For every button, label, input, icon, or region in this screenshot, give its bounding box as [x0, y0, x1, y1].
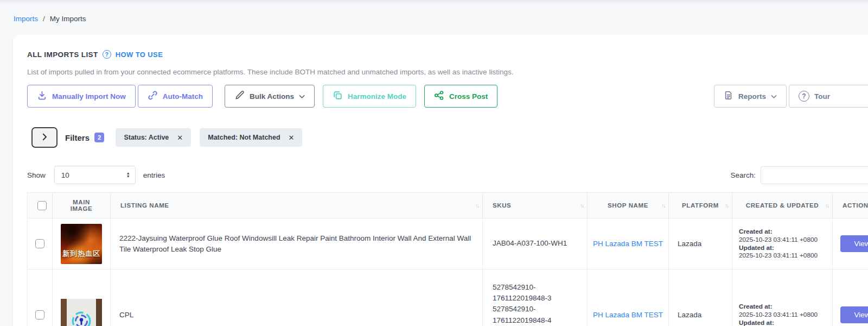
header-actions: ACTIONS — [833, 193, 868, 218]
share-icon — [434, 90, 444, 102]
search-input[interactable] — [761, 166, 868, 184]
header-platform[interactable]: PLATFORM↑↓ — [669, 193, 732, 218]
sort-icon[interactable]: ↑↓ — [725, 203, 728, 209]
created-value: 2025-10-23 03:41:11 +0800 — [739, 311, 818, 318]
harmonize-mode-button[interactable]: Harmonize Mode — [323, 85, 416, 108]
breadcrumb-current-page: My Imports — [50, 15, 86, 23]
page-title: ALL IMPORTS LIST — [27, 51, 98, 59]
manually-import-button[interactable]: Manually Import Now — [27, 85, 136, 108]
thumbnail-caption: 新到热血区 — [62, 249, 100, 264]
listing-name-cell: CPL — [111, 269, 483, 326]
help-question-icon[interactable]: ? — [103, 50, 111, 59]
created-updated-cell: Created at: 2025-10-23 03:41:11 +0800 Up… — [732, 269, 833, 326]
imports-table: MAIN IMAGE LISTING NAME↑↓ SKUS↑↓ SHOP NA… — [27, 192, 868, 326]
sort-icon[interactable]: ↑↓ — [661, 203, 665, 209]
imports-card: ALL IMPORTS LIST ? HOW TO USE List of im… — [13, 35, 868, 326]
pencil-icon — [234, 90, 245, 102]
sort-icon[interactable]: ↑↓ — [475, 203, 478, 209]
page-size-select[interactable]: 10 — [55, 166, 135, 184]
sku-value: 5278542910-1761122019848-4 — [493, 304, 580, 326]
manually-import-label: Manually Import Now — [52, 92, 126, 101]
row-checkbox[interactable] — [35, 239, 44, 248]
search-label: Search: — [730, 171, 756, 179]
link-icon — [148, 90, 158, 102]
sort-icon[interactable]: ↑↓ — [580, 203, 583, 209]
sort-icon[interactable]: ↑↓ — [825, 203, 828, 209]
header-shop-name[interactable]: SHOP NAME↑↓ — [588, 193, 669, 218]
list-controls-row: Show 10 ▲▼ entries Search: — [27, 166, 868, 184]
shop-name-link[interactable]: PH Lazada BM TEST — [593, 311, 663, 319]
page-description: List of imports pulled in from your conn… — [27, 68, 868, 76]
chevron-down-icon — [771, 92, 777, 101]
select-all-checkbox[interactable] — [37, 201, 47, 210]
card-title-row: ALL IMPORTS LIST ? HOW TO USE — [27, 50, 868, 59]
bulk-actions-button[interactable]: Bulk Actions — [225, 85, 315, 108]
document-icon — [724, 90, 733, 102]
cross-post-label: Cross Post — [449, 92, 488, 101]
chevron-right-icon — [42, 133, 47, 142]
breadcrumb-separator: / — [43, 15, 45, 23]
table-header-row: MAIN IMAGE LISTING NAME↑↓ SKUS↑↓ SHOP NA… — [28, 193, 868, 218]
shop-name-cell: PH Lazada BM TEST — [588, 218, 669, 269]
download-icon — [37, 90, 47, 102]
close-icon[interactable]: ✕ — [177, 134, 183, 142]
sku-cell: 5278542910-1761122019848-3 5278542910-17… — [483, 269, 588, 326]
tour-button[interactable]: ? Tour — [789, 85, 868, 108]
header-created-updated[interactable]: CREATED & UPDATED↑↓ — [732, 193, 833, 218]
created-updated-cell: Created at: 2025-10-23 03:41:11 +0800 Up… — [732, 218, 833, 269]
lock-logo-icon — [69, 309, 94, 326]
updated-value: 2025-10-23 03:41:11 +0800 — [739, 252, 818, 259]
listing-thumbnail: 新到热血区 — [61, 224, 102, 264]
listing-name-cell: 2222-Jaysuing Waterproof Glue Roof Windo… — [111, 218, 483, 269]
breadcrumb: Imports / My Imports — [14, 15, 86, 23]
shop-name-link[interactable]: PH Lazada BM TEST — [593, 240, 663, 248]
shop-name-cell: PH Lazada BM TEST — [588, 269, 669, 326]
header-listing-name[interactable]: LISTING NAME↑↓ — [111, 193, 483, 218]
header-select-all — [28, 193, 53, 218]
auto-match-button[interactable]: Auto-Match — [138, 85, 213, 108]
filters-expand-button[interactable] — [31, 127, 58, 148]
header-skus[interactable]: SKUS↑↓ — [483, 193, 588, 218]
sku-value: 5278542910-1761122019848-3 — [493, 282, 580, 304]
sku-cell: JAB04-A037-100-WH1 — [483, 218, 588, 269]
platform-cell: Lazada — [669, 269, 732, 326]
close-icon[interactable]: ✕ — [289, 134, 295, 142]
platform-cell: Lazada — [669, 218, 732, 269]
filter-chip-matched-label: Matched: Not Matched — [208, 134, 280, 141]
page-size-select-wrap: 10 ▲▼ — [54, 166, 136, 184]
chevron-down-icon — [299, 92, 305, 101]
listing-thumbnail — [61, 299, 102, 326]
tour-label: Tour — [814, 92, 830, 101]
harmonize-mode-label: Harmonize Mode — [348, 92, 406, 101]
filter-chip-status-label: Status: Active — [124, 134, 169, 141]
reports-button[interactable]: Reports — [714, 85, 787, 108]
cross-post-button[interactable]: Cross Post — [424, 85, 497, 108]
table-row: 新到热血区 2222-Jaysuing Waterproof Glue Roof… — [28, 218, 868, 269]
created-label: Created at: — [739, 303, 773, 310]
updated-label: Updated at: — [739, 244, 774, 252]
copy-icon — [333, 90, 343, 102]
view-button[interactable]: View — [840, 306, 868, 323]
row-checkbox[interactable] — [35, 310, 44, 319]
updated-label: Updated at: — [739, 319, 774, 326]
show-label: Show — [27, 171, 46, 179]
toolbar: Manually Import Now Auto-Match Bulk Acti… — [27, 85, 868, 108]
view-button[interactable]: View — [840, 235, 868, 252]
how-to-use-link[interactable]: HOW TO USE — [116, 51, 163, 59]
filters-row: Filters 2 Status: Active ✕ Matched: Not … — [27, 127, 868, 148]
table-row: CPL 5278542910-1761122019848-3 527854291… — [28, 269, 868, 326]
entries-label: entries — [143, 171, 165, 179]
filters-count-badge: 2 — [94, 133, 104, 142]
auto-match-label: Auto-Match — [163, 92, 203, 101]
bulk-actions-label: Bulk Actions — [250, 92, 294, 101]
breadcrumb-imports-link[interactable]: Imports — [14, 15, 38, 23]
filter-chip-status[interactable]: Status: Active ✕ — [116, 128, 191, 147]
filters-label: Filters — [65, 133, 90, 142]
created-label: Created at: — [739, 228, 773, 235]
question-icon: ? — [799, 91, 809, 102]
header-main-image: MAIN IMAGE — [53, 193, 111, 218]
created-value: 2025-10-23 03:41:11 +0800 — [739, 236, 818, 243]
filter-chip-matched[interactable]: Matched: Not Matched ✕ — [200, 128, 302, 147]
reports-label: Reports — [738, 92, 766, 101]
